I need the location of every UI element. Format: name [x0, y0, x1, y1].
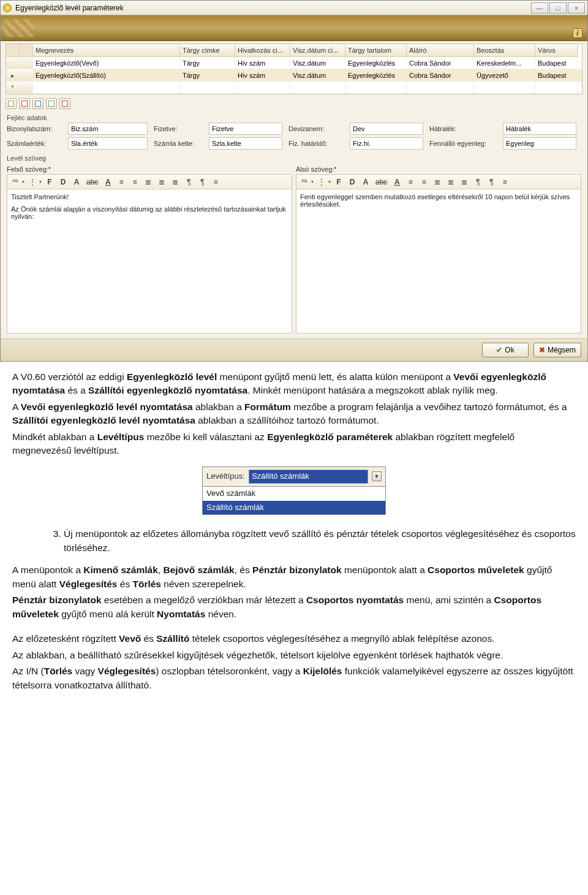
grid-cell[interactable]: Cobra Sándor: [407, 57, 474, 69]
indent-more-icon[interactable]: ¶: [197, 177, 208, 188]
align-right-icon[interactable]: ≣: [170, 177, 181, 188]
szamlaertek-input[interactable]: [68, 137, 148, 150]
list-icon[interactable]: ⋮: [316, 177, 327, 188]
fennallo-egyenleg-input[interactable]: [503, 137, 576, 150]
grid-header-cell[interactable]: Megnevezés: [33, 44, 180, 57]
grid-cell[interactable]: Kereskedelm...: [474, 57, 535, 69]
refresh-icon[interactable]: [32, 98, 43, 109]
font-icon[interactable]: F: [333, 177, 344, 188]
window-minimize-button[interactable]: —: [531, 2, 548, 13]
grid-cell[interactable]: Budapest: [535, 69, 578, 82]
grid-header-cell[interactable]: Tárgy tartalom: [345, 44, 407, 57]
bold-icon[interactable]: D: [347, 177, 358, 188]
window-close-button[interactable]: ×: [568, 2, 585, 13]
grid-cell[interactable]: Egyenlegközlés: [345, 69, 407, 82]
copy-icon[interactable]: [46, 98, 57, 109]
grid-cell[interactable]: Hiv szám: [235, 69, 290, 82]
editor-toolbar: ᴬᵇ▾ ⋮▾ F D A abc A ≡ ≡ ≣ ≣ ≣ ¶ ¶ ≡: [7, 175, 292, 189]
grid-cell[interactable]: Tárgy: [180, 57, 235, 69]
grid-cell[interactable]: Egyenlegközlő(Szállító): [33, 69, 180, 82]
grid-header-cell[interactable]: Visz.dátum ci...: [290, 44, 345, 57]
grid-header-cell[interactable]: Aláíró: [407, 44, 474, 57]
field-label: Számla kelte:: [154, 140, 203, 147]
remove-icon[interactable]: [59, 98, 70, 109]
font-color-icon[interactable]: A: [391, 177, 402, 188]
grid-cell[interactable]: Visz.dátum: [290, 69, 345, 82]
grid-new-row[interactable]: *: [6, 82, 582, 94]
szamla-kelte-input[interactable]: [209, 137, 282, 150]
justify-icon[interactable]: ≡: [210, 177, 221, 188]
grid-cell[interactable]: Visz.dátum: [290, 57, 345, 69]
bullet-list-icon[interactable]: ≡: [405, 177, 416, 188]
grid-row-selected[interactable]: ▸ Egyenlegközlő(Szállító) Tárgy Hiv szám…: [6, 69, 582, 82]
grid-cell[interactable]: Hiv szám: [235, 57, 290, 69]
bizonylatszam-input[interactable]: [68, 123, 148, 135]
align-left-icon[interactable]: ≣: [432, 177, 443, 188]
grid-cell[interactable]: [407, 82, 474, 94]
ribbon-bar: i: [1, 15, 587, 41]
grid-row[interactable]: Egyenlegközlő(Vevő) Tárgy Hiv szám Visz.…: [6, 57, 582, 69]
top-text-editor[interactable]: ᴬᵇ▾ ⋮▾ F D A abc A ≡ ≡ ≣ ≣ ≣ ¶ ¶ ≡: [7, 174, 292, 333]
grid-cell[interactable]: Egyenlegközlés: [345, 57, 407, 69]
combo-option-selected[interactable]: Szállító számlák: [203, 501, 385, 515]
top-text-body[interactable]: Tisztelt Partnerünk! Az Önök számlái ala…: [7, 189, 292, 333]
indent-less-icon[interactable]: ¶: [472, 177, 483, 188]
grid-cell[interactable]: Ügyvezető: [474, 69, 535, 82]
justify-icon[interactable]: ≡: [499, 177, 510, 188]
window-title: Egyenlegközlő levél paraméterek: [15, 4, 124, 12]
window-maximize-button[interactable]: □: [549, 2, 567, 13]
ok-button[interactable]: ✔Ok: [482, 343, 529, 357]
combo-selected[interactable]: Szállító számlák: [249, 470, 368, 484]
grid-cell[interactable]: [290, 82, 345, 94]
grid-cell[interactable]: [474, 82, 535, 94]
bottom-text-editor[interactable]: ᴬᵇ▾ ⋮▾ F D A abc A ≡ ≡ ≣ ≣ ≣ ¶ ¶ ≡: [296, 174, 581, 333]
new-icon[interactable]: [6, 98, 17, 109]
italic-icon[interactable]: A: [71, 177, 82, 188]
font-icon[interactable]: F: [44, 177, 55, 188]
cancel-button[interactable]: ✖Mégsem: [533, 343, 581, 357]
grid-cell[interactable]: [345, 82, 407, 94]
fiz-hatarido-input[interactable]: [350, 137, 423, 150]
strikethrough-icon[interactable]: abc: [374, 177, 389, 188]
grid-cell[interactable]: [180, 82, 235, 94]
grid-header-cell[interactable]: Beosztás: [474, 44, 535, 57]
devizanem-input[interactable]: [350, 123, 423, 135]
info-icon[interactable]: i: [573, 28, 582, 38]
spellcheck-icon[interactable]: ᴬᵇ: [299, 177, 310, 188]
fizetve-input[interactable]: [209, 123, 282, 135]
bottom-text-body[interactable]: Fenti egyenleggel szemben mutatkozó eset…: [296, 189, 581, 333]
indent-less-icon[interactable]: ¶: [183, 177, 194, 188]
spellcheck-icon[interactable]: ᴬᵇ: [10, 177, 21, 188]
align-left-icon[interactable]: ≣: [143, 177, 154, 188]
numbered-list-icon[interactable]: ≡: [129, 177, 140, 188]
grid-cell[interactable]: [235, 82, 290, 94]
numbered-list-icon[interactable]: ≡: [418, 177, 429, 188]
strikethrough-icon[interactable]: abc: [85, 177, 100, 188]
list-icon[interactable]: ⋮: [27, 177, 38, 188]
grid-cell[interactable]: Cobra Sándor: [407, 69, 474, 82]
letter-types-grid[interactable]: Megnevezés Tárgy címke Hivatkozás ci... …: [6, 44, 582, 94]
delete-icon[interactable]: [19, 98, 30, 109]
chevron-down-icon[interactable]: ▼: [372, 471, 382, 481]
bold-icon[interactable]: D: [58, 177, 69, 188]
grid-cell[interactable]: [33, 82, 180, 94]
new-row-indicator: *: [6, 82, 20, 94]
italic-icon[interactable]: A: [360, 177, 371, 188]
grid-cell[interactable]: Egyenlegközlő(Vevő): [33, 57, 180, 69]
grid-header-cell[interactable]: Hivatkozás ci...: [235, 44, 290, 57]
combo-option[interactable]: Vevő számlák: [203, 487, 385, 501]
grid-header-cell[interactable]: Város: [535, 44, 578, 57]
grid-cell[interactable]: Tárgy: [180, 69, 235, 82]
align-center-icon[interactable]: ≣: [445, 177, 456, 188]
indent-more-icon[interactable]: ¶: [486, 177, 497, 188]
app-icon: [3, 4, 12, 12]
hatralek-input[interactable]: [503, 123, 576, 135]
font-color-icon[interactable]: A: [102, 177, 113, 188]
align-center-icon[interactable]: ≣: [156, 177, 167, 188]
grid-header-cell[interactable]: Tárgy címke: [180, 44, 235, 57]
grid-cell[interactable]: [535, 82, 578, 94]
combo-dropdown-list[interactable]: Vevő számlák Szállító számlák: [203, 486, 385, 515]
grid-cell[interactable]: Budapest: [535, 57, 578, 69]
bullet-list-icon[interactable]: ≡: [116, 177, 127, 188]
align-right-icon[interactable]: ≣: [459, 177, 470, 188]
